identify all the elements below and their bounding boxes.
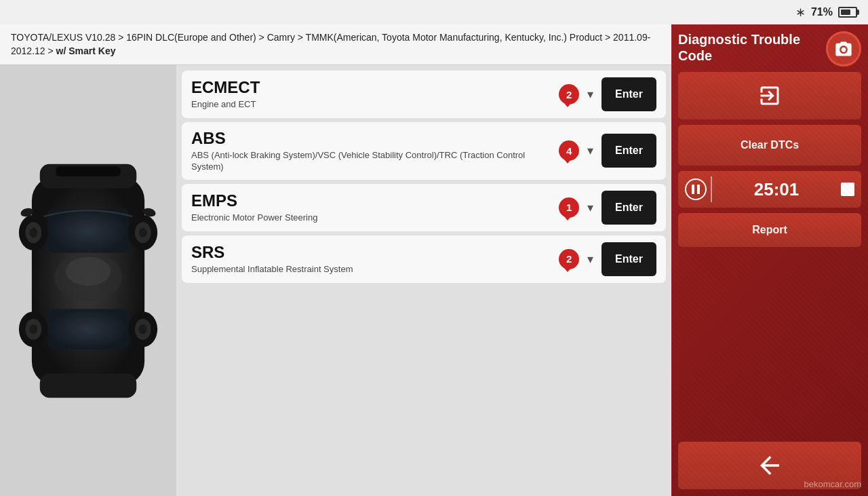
exit-icon — [757, 83, 782, 108]
dropdown-arrow-emps[interactable]: ▾ — [587, 200, 593, 215]
svg-rect-5 — [48, 309, 129, 349]
dtc-code-abs: ABS — [191, 129, 553, 149]
timer-row: 25:01 — [678, 171, 861, 208]
car-image — [14, 152, 163, 410]
back-icon — [755, 451, 784, 480]
dtc-item-ecmect: ECMECT Engine and ECT 2 ▾ Enter — [182, 71, 666, 118]
dtc-list: ECMECT Engine and ECT 2 ▾ Enter ABS ABS … — [176, 65, 671, 496]
svg-point-16 — [29, 324, 37, 334]
dtc-badge-abs: 4 — [559, 140, 579, 161]
dtc-item-abs: ABS ABS (Anti-lock Braking System)/VSC (… — [182, 122, 666, 180]
svg-point-7 — [66, 256, 111, 286]
exit-button[interactable] — [678, 72, 861, 119]
dtc-code-srs: SRS — [191, 243, 553, 263]
clear-dtcs-button[interactable]: Clear DTCs — [678, 125, 861, 166]
content-area: ECMECT Engine and ECT 2 ▾ Enter ABS ABS … — [0, 65, 671, 496]
svg-point-10 — [29, 227, 37, 237]
svg-rect-3 — [40, 373, 137, 398]
stop-button[interactable] — [841, 183, 854, 196]
dtc-info-srs: SRS Supplemental Inflatable Restraint Sy… — [191, 243, 553, 275]
dtc-badge-emps: 1 — [559, 197, 579, 218]
dropdown-arrow-srs[interactable]: ▾ — [587, 252, 593, 267]
battery-percent: 71% — [811, 6, 833, 18]
dtc-info-emps: EMPS Electronic Motor Power Steering — [191, 191, 553, 224]
enter-btn-emps[interactable]: Enter — [601, 191, 656, 225]
main-layout: TOYOTA/LEXUS V10.28 > 16PIN DLC(Europe a… — [0, 24, 868, 496]
svg-point-19 — [139, 324, 147, 334]
camera-button[interactable] — [826, 31, 861, 66]
dtc-desc-srs: Supplemental Inflatable Restraint System — [191, 264, 553, 275]
dropdown-arrow-ecmect[interactable]: ▾ — [587, 87, 593, 102]
dtc-code-ecmect: ECMECT — [191, 78, 553, 98]
breadcrumb-bold: w/ Smart Key — [56, 45, 116, 56]
sidebar-title: Diagnostic Trouble Code — [678, 31, 821, 64]
battery-icon — [838, 7, 857, 18]
report-label: Report — [752, 224, 787, 236]
timer-divider — [711, 176, 712, 202]
dtc-item-emps: EMPS Electronic Motor Power Steering 1 ▾… — [182, 184, 666, 231]
status-bar: ∗ 71% — [0, 0, 868, 24]
svg-rect-2 — [56, 166, 121, 176]
dtc-item-srs: SRS Supplemental Inflatable Restraint Sy… — [182, 235, 666, 283]
camera-icon — [834, 39, 853, 58]
dtc-code-emps: EMPS — [191, 191, 553, 211]
watermark: bekomcar.com — [804, 479, 861, 489]
enter-btn-ecmect[interactable]: Enter — [601, 77, 656, 111]
timer-display: 25:01 — [716, 179, 837, 200]
bluetooth-icon: ∗ — [795, 5, 806, 20]
report-button[interactable]: Report — [678, 213, 861, 247]
dropdown-arrow-abs[interactable]: ▾ — [587, 143, 593, 158]
svg-rect-4 — [48, 208, 129, 252]
pause-bar-right — [697, 185, 700, 194]
dtc-badge-ecmect: 2 — [559, 84, 579, 104]
enter-btn-abs[interactable]: Enter — [601, 134, 656, 168]
pause-icon[interactable] — [685, 178, 707, 200]
dtc-info-abs: ABS ABS (Anti-lock Braking System)/VSC (… — [191, 129, 553, 173]
dtc-desc-ecmect: Engine and ECT — [191, 99, 553, 111]
dtc-desc-abs: ABS (Anti-lock Braking System)/VSC (Vehi… — [191, 150, 553, 173]
enter-btn-srs[interactable]: Enter — [601, 242, 656, 276]
breadcrumb: TOYOTA/LEXUS V10.28 > 16PIN DLC(Europe a… — [0, 24, 671, 65]
left-panel: TOYOTA/LEXUS V10.28 > 16PIN DLC(Europe a… — [0, 24, 671, 496]
svg-point-13 — [139, 227, 147, 237]
car-area — [0, 65, 176, 496]
dtc-badge-srs: 2 — [559, 249, 579, 269]
right-sidebar: Diagnostic Trouble Code Clear DTCs — [671, 24, 868, 496]
clear-dtcs-label: Clear DTCs — [741, 139, 799, 151]
dtc-desc-emps: Electronic Motor Power Steering — [191, 212, 553, 224]
pause-bar-left — [692, 185, 694, 194]
sidebar-title-area: Diagnostic Trouble Code — [678, 31, 861, 66]
dtc-info-ecmect: ECMECT Engine and ECT — [191, 78, 553, 111]
